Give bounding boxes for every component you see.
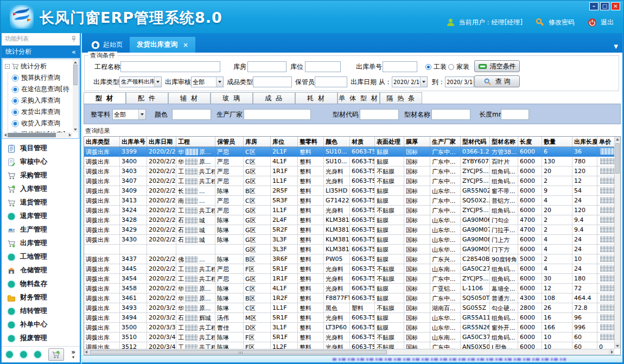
length-input[interactable]: [501, 109, 529, 120]
column-header[interactable]: 型材代码: [461, 137, 490, 146]
scroll-right-icon[interactable]: [611, 350, 613, 354]
teal-circle-icon[interactable]: [20, 351, 27, 358]
outbound-type-select[interactable]: 生产领料出库: [119, 76, 162, 87]
product-type-input[interactable]: [253, 76, 292, 87]
scroll-up-icon[interactable]: [74, 61, 77, 63]
sidebar-item[interactable]: 项目管理: [2, 142, 80, 155]
column-header[interactable]: 库房: [244, 137, 271, 146]
table-row[interactable]: G区3L3F整料KLM38176063-T5贴膜国标山东华...GA90M09.…: [84, 245, 614, 254]
order-no-input[interactable]: [383, 61, 417, 72]
tree-item[interactable]: 预算执行查询: [4, 72, 72, 84]
profile-name-input[interactable]: [431, 109, 470, 120]
table-row[interactable]: 调拨出库34932020/3/2华原...陈琳C区1L1F整料黑色塑料不贴膜国标…: [84, 303, 614, 313]
table-row[interactable]: 调拨出库34282020/2/26石城陈琳G区2L4F整料KLM38176063…: [84, 215, 614, 225]
sidebar-item[interactable]: 退货管理: [2, 196, 80, 209]
table-row[interactable]: 调拨出库34302020/2/26石城陈琳G区3L3F整料KLM38176063…: [84, 235, 614, 245]
outbound-audit-select[interactable]: 全部: [191, 76, 224, 87]
profile-code-input[interactable]: [360, 109, 399, 120]
material-tab[interactable]: 玻 璃: [211, 92, 253, 104]
sidebar-group-header[interactable]: 统计分析 «: [2, 46, 80, 58]
tab-home[interactable]: 起始页: [84, 37, 130, 53]
change-password-link[interactable]: 修改密码: [549, 18, 575, 27]
table-row[interactable]: 调拨出库34292020/2/26石城陈琳G区5R2F整料KLM38176063…: [84, 225, 614, 235]
sidebar-item[interactable]: 物料盘存: [2, 277, 80, 291]
location-input[interactable]: [305, 61, 341, 72]
table-row[interactable]: 调拨出库34942020/3/2石辉城汤伟M区5R1F整料光身料6063-T5贴…: [84, 313, 614, 323]
material-tab[interactable]: 耗 材: [295, 92, 338, 104]
sidebar-item[interactable]: 退库管理: [2, 209, 80, 223]
column-header[interactable]: 工程: [176, 137, 215, 146]
sidebar-item[interactable]: 入库管理: [2, 182, 80, 196]
scroll-left-icon[interactable]: [4, 133, 7, 137]
project-name-input[interactable]: [120, 61, 220, 72]
more-panels-button[interactable]: »▾: [71, 350, 75, 360]
column-header[interactable]: 整零料: [298, 137, 324, 146]
table-row[interactable]: 调拨出库35122020/3/4工共工程陈琳F区1L2F整料光身料6063-T5…: [84, 342, 614, 349]
sidebar-item[interactable]: 仓储管理: [2, 264, 80, 277]
column-header[interactable]: 生产厂家: [430, 137, 461, 146]
sidebar-item[interactable]: 结转管理: [2, 304, 80, 318]
scroll-down-icon[interactable]: [74, 129, 77, 131]
sidebar-item[interactable]: 报废管理: [2, 331, 80, 345]
table-row[interactable]: 调拨出库35002020/3/3工共工程曹佳D区3L1F整料LT3P606063…: [84, 323, 614, 333]
table-row[interactable]: 调拨出库34542020/2/28工共工程严思G区1R1F整料光身料6063-T…: [84, 274, 614, 284]
column-header[interactable]: 出库长度: [572, 137, 597, 146]
tab-overflow-icon[interactable]: ▼: [614, 43, 618, 49]
material-tab[interactable]: 隔 热 条: [380, 92, 422, 104]
tab-shipment-outbound-query[interactable]: 发货出库查询 ×: [130, 37, 195, 53]
manufacturer-input[interactable]: [244, 109, 311, 120]
sidebar-item[interactable]: 出库管理: [2, 237, 80, 250]
sidebar-item[interactable]: 补单中心: [2, 318, 80, 331]
column-header[interactable]: 出库类型: [84, 137, 120, 146]
sidebar-item[interactable]: 生产管理: [2, 223, 80, 237]
column-header[interactable]: 单价: [597, 137, 614, 146]
tree-item[interactable]: 发货出库查询: [4, 106, 72, 118]
table-row[interactable]: 调拨出库34452020/2/27工共工程严思F区5R1F整料光身料6063-T…: [84, 264, 614, 274]
table-row[interactable]: 调拨出库34092020/2/25长...陈琳B区2R5F整料LI35HD606…: [84, 186, 614, 196]
radio-home-decor[interactable]: 家装: [448, 61, 469, 72]
column-header[interactable]: 膜厚: [404, 137, 430, 146]
tree-horizontal-scrollbar[interactable]: [3, 132, 72, 138]
tree-item[interactable]: 采购入库查询: [4, 95, 72, 106]
pin-icon[interactable]: [71, 36, 77, 42]
column-header[interactable]: 表面处理: [375, 137, 404, 146]
column-header[interactable]: 保管员: [215, 137, 244, 146]
column-header[interactable]: 颜色: [324, 137, 350, 146]
scroll-down-icon[interactable]: [616, 345, 619, 347]
table-row[interactable]: 调拨出库34372020/2/27佛...陈琳B区3R6F整料PW056063-…: [84, 254, 614, 264]
scroll-up-icon[interactable]: [616, 138, 619, 141]
date-from-picker[interactable]: 2020/ 2/16: [392, 76, 428, 87]
teal-circle-icon[interactable]: [6, 351, 13, 358]
sidebar-item[interactable]: 工地管理: [2, 250, 80, 264]
table-row[interactable]: 调拨出库34032020/2/25工共工程严思G区1R1F整料光身料6063-T…: [84, 167, 614, 176]
grid-vertical-scrollbar[interactable]: [614, 137, 620, 349]
column-header[interactable]: 库位: [271, 137, 298, 146]
tree-item[interactable]: 收货入库查询: [4, 118, 72, 129]
sidebar-item[interactable]: 审核中心: [2, 155, 80, 169]
table-row[interactable]: 调拨出库34002020/2/25华原...严思C区4L1F整料SU10...6…: [84, 157, 614, 167]
column-header[interactable]: 型材名称: [490, 137, 518, 146]
material-tab[interactable]: 配 件: [126, 92, 168, 104]
cart-panel-button[interactable]: [48, 348, 65, 361]
sidebar-item[interactable]: 采购管理: [2, 169, 80, 182]
material-tab[interactable]: 型 材: [84, 92, 126, 104]
table-row[interactable]: 调拨出库35102020/3/4工共工程陈琳F区5R1F整料光身料6063-T5…: [84, 333, 614, 342]
search-button[interactable]: 查 询: [474, 75, 520, 87]
table-row[interactable]: 调拨出库33992020/2/25华原...严思C区2L1F整料SU10...6…: [84, 147, 614, 157]
clear-conditions-button[interactable]: 清空条件: [474, 60, 520, 72]
radio-workwear[interactable]: 工装: [425, 61, 447, 72]
table-row[interactable]: 调拨出库34072020/2/25工共工程严思G区1L1F整料光身料6063-T…: [84, 176, 614, 186]
tree-item[interactable]: 在途信息查询[待: [4, 84, 72, 95]
tab-close-icon[interactable]: ×: [183, 41, 188, 49]
scroll-left-icon[interactable]: [85, 350, 87, 354]
tree-root-item[interactable]: -统计分析: [4, 60, 72, 72]
whole-part-select[interactable]: 全部: [112, 109, 146, 120]
keeper-input[interactable]: [315, 76, 347, 87]
table-row[interactable]: 调拨出库34132020/2/26南...严思C区5R3F整料G71422606…: [84, 196, 614, 206]
material-tab[interactable]: 辅 材: [168, 92, 211, 104]
column-header[interactable]: 出库日期: [147, 137, 176, 146]
close-button[interactable]: ✕: [611, 2, 620, 10]
column-header[interactable]: 材质: [350, 137, 375, 146]
table-row[interactable]: 调拨出库34242020/2/26工共工程严思G区1L1F整料光身料6063-T…: [84, 206, 614, 215]
color-input[interactable]: [172, 109, 211, 120]
